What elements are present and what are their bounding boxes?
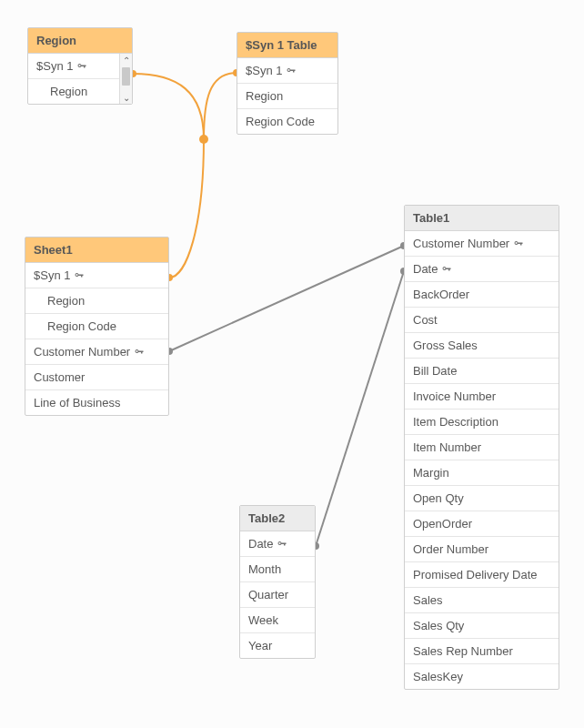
table-title: Sheet1 — [25, 238, 168, 263]
field-row[interactable]: Region — [25, 288, 168, 314]
table-title: Table2 — [240, 506, 315, 531]
field-row[interactable]: Week — [240, 608, 315, 633]
field-label: Sales Rep Number — [413, 644, 513, 658]
field-row[interactable]: Date — [240, 531, 315, 557]
table-syn1table[interactable]: $Syn 1 Table $Syn 1 Region Region Code — [237, 32, 338, 135]
field-label: $Syn 1 — [246, 64, 282, 77]
scrollbar-thumb[interactable] — [122, 67, 130, 86]
field-label: Date — [248, 537, 273, 551]
field-label: Region — [50, 85, 87, 98]
field-label: Customer — [34, 370, 85, 384]
scrollbar-down-button[interactable]: ⌄ — [120, 91, 132, 104]
field-row[interactable]: BackOrder — [405, 282, 559, 308]
field-row[interactable]: $Syn 1 — [237, 58, 337, 84]
scrollbar-up-button[interactable]: ⌃ — [120, 54, 132, 66]
field-row[interactable]: Region Code — [237, 109, 337, 134]
field-label: Sales Qty — [413, 619, 464, 632]
field-row[interactable]: Month — [240, 557, 315, 582]
field-label: Region Code — [246, 115, 315, 128]
field-row[interactable]: Item Description — [405, 410, 559, 435]
key-icon — [277, 539, 287, 550]
field-row[interactable]: Sales Qty — [405, 613, 559, 639]
field-row[interactable]: Order Number — [405, 537, 559, 562]
field-row[interactable]: SalesKey — [405, 664, 559, 689]
connector-syn1-junction — [204, 73, 237, 139]
table-title: Region — [28, 28, 132, 54]
field-label: Order Number — [413, 542, 488, 556]
field-row[interactable]: Bill Date — [405, 359, 559, 384]
field-row[interactable]: Cost — [405, 308, 559, 333]
scrollbar[interactable]: ⌃ ⌄ — [119, 54, 132, 104]
field-label: Line of Business — [34, 396, 120, 410]
junction-node — [199, 135, 208, 144]
key-icon — [286, 66, 297, 76]
field-row[interactable]: Customer Number — [25, 339, 168, 365]
field-label: Customer Number — [413, 237, 509, 250]
field-label: $Syn 1 — [34, 268, 70, 282]
field-row[interactable]: Gross Sales — [405, 333, 559, 359]
field-row[interactable]: Quarter — [240, 582, 315, 608]
connector-junction-sheet1 — [169, 139, 204, 278]
field-row[interactable]: Sales Rep Number — [405, 639, 559, 664]
field-label: Region Code — [47, 319, 116, 333]
table-region[interactable]: Region $Syn 1 Region ⌃ ⌄ — [27, 27, 133, 105]
table-table1[interactable]: Table1 Customer NumberDateBackOrderCostG… — [404, 205, 559, 690]
field-label: Cost — [413, 313, 438, 327]
key-icon — [76, 61, 87, 72]
key-icon — [513, 238, 524, 249]
field-label: Customer Number — [34, 345, 130, 359]
diagram-canvas: Region $Syn 1 Region ⌃ ⌄ $Syn 1 Table $S… — [0, 0, 584, 728]
field-label: Year — [248, 639, 272, 652]
field-row[interactable]: Sales — [405, 588, 559, 613]
field-row[interactable]: Margin — [405, 460, 559, 486]
field-label: OpenOrder — [413, 517, 472, 531]
field-row[interactable]: Item Number — [405, 435, 559, 460]
field-label: Item Description — [413, 415, 498, 429]
field-row[interactable]: Open Qty — [405, 486, 559, 511]
field-row[interactable]: Region — [28, 79, 119, 104]
field-row[interactable]: $Syn 1 — [25, 263, 168, 288]
field-row[interactable]: Region Code — [25, 314, 168, 339]
field-label: Region — [246, 89, 283, 103]
field-label: SalesKey — [413, 670, 463, 683]
key-icon — [441, 264, 452, 275]
field-row[interactable]: Region — [237, 84, 337, 109]
key-icon — [134, 347, 145, 358]
connector-table2-table1 — [316, 271, 404, 546]
field-row[interactable]: Customer — [25, 365, 168, 390]
connector-sheet1-table1 — [169, 246, 404, 351]
field-label: BackOrder — [413, 288, 469, 301]
field-label: Bill Date — [413, 364, 457, 378]
field-row[interactable]: Line of Business — [25, 390, 168, 415]
field-row[interactable]: Customer Number — [405, 231, 559, 257]
field-row[interactable]: Promised Delivery Date — [405, 562, 559, 588]
field-label: Margin — [413, 466, 449, 480]
field-label: Gross Sales — [413, 339, 478, 352]
field-row[interactable]: Year — [240, 633, 315, 658]
field-label: Date — [413, 262, 438, 276]
table-title: Table1 — [405, 206, 559, 231]
field-label: $Syn 1 — [36, 59, 73, 73]
table-sheet1[interactable]: Sheet1 $Syn 1 Region Region Code Custome… — [25, 237, 169, 416]
field-label: Week — [248, 613, 278, 627]
field-label: Region — [47, 294, 85, 308]
field-row[interactable]: OpenOrder — [405, 511, 559, 537]
field-row[interactable]: $Syn 1 — [28, 54, 119, 79]
field-label: Sales — [413, 593, 443, 607]
key-icon — [74, 270, 85, 281]
field-label: Quarter — [248, 588, 288, 602]
field-row[interactable]: Invoice Number — [405, 384, 559, 410]
field-label: Invoice Number — [413, 389, 496, 403]
field-label: Month — [248, 562, 281, 576]
field-row[interactable]: Date — [405, 257, 559, 282]
connector-region-junction — [133, 74, 204, 139]
field-label: Open Qty — [413, 491, 464, 505]
field-label: Item Number — [413, 440, 481, 454]
table-title: $Syn 1 Table — [237, 33, 337, 58]
field-label: Promised Delivery Date — [413, 568, 538, 581]
table-table2[interactable]: Table2 DateMonthQuarterWeekYear — [239, 505, 316, 659]
